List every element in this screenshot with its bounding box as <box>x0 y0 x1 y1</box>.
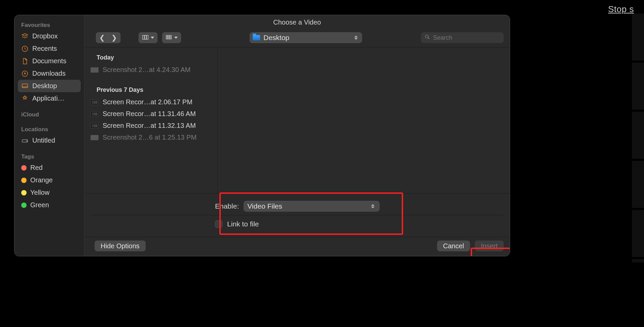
group-button[interactable] <box>162 32 181 43</box>
file-list[interactable]: Today Screenshot 2…at 4.24.30 AM Previou… <box>84 47 218 193</box>
forward-button[interactable]: ❯ <box>108 32 120 43</box>
file-name: Screenshot 2…6 at 1.25.13 PM <box>103 134 196 141</box>
svg-rect-13 <box>170 37 171 39</box>
file-name: Screen Recor…at 11.32.13 AM <box>103 122 196 130</box>
search-field[interactable] <box>421 32 504 43</box>
sidebar-section-locations: Locations <box>18 124 81 134</box>
svg-rect-9 <box>168 35 170 37</box>
sidebar-item-label: Documents <box>32 57 66 65</box>
sidebar-item-label: Dropbox <box>32 32 58 40</box>
hide-options-button[interactable]: Hide Options <box>95 241 146 251</box>
search-input[interactable] <box>433 34 500 41</box>
chevron-left-icon: ❮ <box>99 34 105 42</box>
sidebar-section-tags: Tags <box>18 151 81 161</box>
svg-point-14 <box>425 35 428 38</box>
sidebar-item-downloads[interactable]: Downloads <box>18 67 81 80</box>
file-row: Screenshot 2…6 at 1.25.13 PM <box>84 132 217 143</box>
columns-icon <box>142 34 149 42</box>
sidebar-item-label: Yellow <box>30 189 49 196</box>
sidebar-tag-green[interactable]: Green <box>18 199 81 211</box>
svg-rect-5 <box>143 35 144 39</box>
desktop-icon <box>21 82 29 90</box>
grid-icon <box>166 34 172 42</box>
sidebar-item-label: Applicati… <box>32 95 65 102</box>
sidebar-item-label: Untitled <box>32 137 55 144</box>
sidebar-item-recents[interactable]: Recents <box>18 42 81 55</box>
background-thumbnails <box>632 13 644 262</box>
svg-rect-2 <box>22 84 28 87</box>
chevron-right-icon: ❯ <box>111 34 117 42</box>
file-row[interactable]: Screen Recor…at 11.31.46 AM <box>84 108 217 120</box>
location-label: Desktop <box>263 34 350 42</box>
sidebar-tag-yellow[interactable]: Yellow <box>18 186 81 199</box>
file-name: Screenshot 2…at 4.24.30 AM <box>103 66 190 74</box>
sidebar-item-label: Green <box>30 201 49 209</box>
apps-icon <box>21 95 29 102</box>
svg-rect-10 <box>170 35 171 37</box>
nav-back-forward: ❮ ❯ <box>96 32 120 43</box>
sidebar-section-icloud: iCloud <box>18 109 81 119</box>
updown-icon <box>370 204 376 208</box>
sidebar-item-label: Orange <box>30 176 53 184</box>
chevron-down-icon <box>174 37 178 39</box>
sidebar-tag-orange[interactable]: Orange <box>18 174 81 186</box>
file-row: Screenshot 2…at 4.24.30 AM <box>84 64 217 76</box>
document-icon <box>21 58 29 65</box>
sidebar-item-dropbox[interactable]: Dropbox <box>18 30 81 42</box>
link-to-file-label: Link to file <box>227 220 259 228</box>
sidebar-item-label: Downloads <box>32 70 66 77</box>
svg-point-4 <box>27 141 27 141</box>
sidebar-tag-red[interactable]: Red <box>18 161 81 174</box>
view-columns-button[interactable] <box>139 32 157 43</box>
folder-icon <box>253 35 260 40</box>
link-to-file-checkbox[interactable] <box>215 220 222 228</box>
sidebar-item-label: Red <box>30 164 43 172</box>
file-group-header: Today <box>84 49 217 64</box>
sidebar-item-applications[interactable]: Applicati… <box>18 92 81 105</box>
file-name: Screen Recor…at 2.06.17 PM <box>103 98 192 106</box>
disk-icon <box>21 137 29 144</box>
enable-filter-value: Video Files <box>247 202 366 210</box>
back-button[interactable]: ❮ <box>96 32 108 43</box>
svg-rect-7 <box>146 35 148 39</box>
svg-rect-6 <box>145 35 146 39</box>
file-row[interactable]: Screen Recor…at 11.32.13 AM <box>84 120 217 132</box>
file-name: Screen Recor…at 11.31.46 AM <box>103 110 196 118</box>
toolbar: ❮ ❯ Desktop <box>84 32 510 47</box>
dialog-title: Choose a Video <box>84 15 510 32</box>
insert-button[interactable]: Insert <box>475 241 504 251</box>
updown-icon <box>353 36 359 40</box>
video-thumb-icon <box>91 100 99 105</box>
enable-label: Enable: <box>215 202 239 210</box>
options-panel: Enable: Video Files Link to file Hide Op… <box>84 193 510 256</box>
cancel-button[interactable]: Cancel <box>437 241 470 251</box>
tag-dot-icon <box>21 178 27 183</box>
image-thumb-icon <box>91 67 99 73</box>
tag-dot-icon <box>21 203 27 208</box>
chevron-down-icon <box>151 37 154 39</box>
sidebar-item-desktop[interactable]: Desktop <box>18 80 81 92</box>
clock-icon <box>21 45 29 52</box>
video-thumb-icon <box>91 123 99 129</box>
sidebar-item-documents[interactable]: Documents <box>18 55 81 67</box>
search-icon <box>424 34 430 42</box>
video-thumb-icon <box>91 111 99 117</box>
file-row[interactable]: Screen Recor…at 2.06.17 PM <box>84 96 217 108</box>
sidebar: Favourites Dropbox Recents Documents Dow… <box>14 15 84 256</box>
tag-dot-icon <box>21 190 27 195</box>
file-group-header: Previous 7 Days <box>84 82 217 96</box>
main-panel: Choose a Video ❮ ❯ Desktop <box>84 15 510 256</box>
dialog-footer: Hide Options Cancel Insert <box>84 237 510 256</box>
image-thumb-icon <box>91 135 99 140</box>
sidebar-item-label: Recents <box>32 45 57 52</box>
stop-share-link[interactable]: Stop s <box>608 4 634 14</box>
preview-pane <box>218 47 510 193</box>
svg-rect-12 <box>168 37 170 39</box>
file-chooser-dialog: Favourites Dropbox Recents Documents Dow… <box>14 15 510 256</box>
svg-rect-8 <box>166 35 168 37</box>
location-popup[interactable]: Desktop <box>250 32 362 43</box>
sidebar-section-favourites: Favourites <box>18 20 81 30</box>
enable-filter-popup[interactable]: Video Files <box>244 201 380 212</box>
sidebar-item-untitled[interactable]: Untitled <box>18 134 81 147</box>
sidebar-item-label: Desktop <box>32 82 57 90</box>
